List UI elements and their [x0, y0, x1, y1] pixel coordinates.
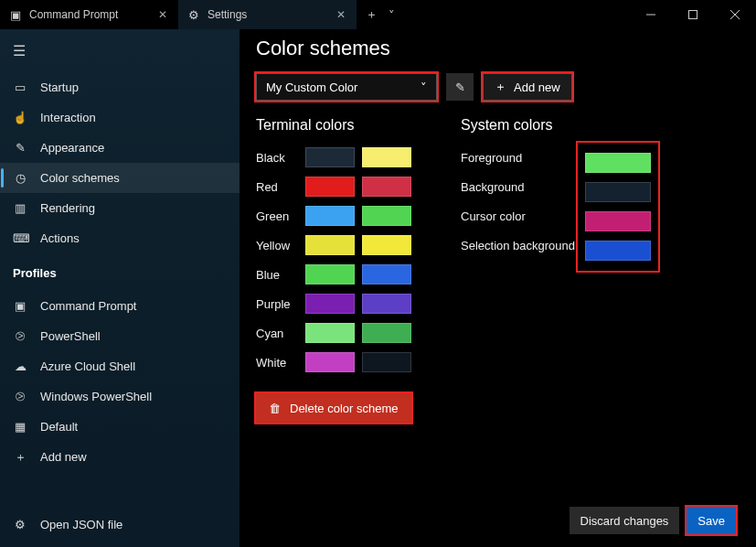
tab-title: Settings [208, 8, 325, 21]
sidebar-item-add-new[interactable]: ＋ Add new [0, 442, 240, 472]
scheme-selected: My Custom Color [266, 80, 357, 94]
color-label: White [256, 356, 298, 370]
tab-title: Command Prompt [29, 8, 147, 21]
tab-command-prompt[interactable]: ▣ Command Prompt ✕ [0, 0, 178, 29]
plus-icon: ＋ [495, 79, 506, 95]
color-swatch-normal[interactable] [305, 352, 355, 372]
terminal-colors-column: Terminal colors BlackRedGreenYellowBlueP… [256, 117, 411, 423]
gear-icon: ⚙ [187, 8, 200, 22]
system-color-row: Cursor color [461, 201, 578, 231]
color-swatch-bright[interactable] [362, 264, 411, 284]
sidebar-item-powershell[interactable]: ⧁ PowerShell [0, 321, 240, 351]
close-icon[interactable]: ✕ [154, 8, 171, 21]
appearance-icon: ✎ [13, 141, 27, 155]
sidebar-item-label: Color schemes [40, 171, 120, 185]
gear-icon: ⚙ [13, 518, 27, 531]
color-swatch-normal[interactable] [305, 147, 355, 167]
color-label: Foreground [461, 151, 578, 165]
color-swatch-normal[interactable] [305, 235, 355, 255]
terminal-color-row: Purple [256, 289, 411, 318]
add-scheme-button[interactable]: ＋ Add new [483, 73, 572, 101]
menu-button[interactable]: ☰ [0, 35, 240, 67]
close-window-button[interactable] [714, 0, 756, 29]
sidebar-item-actions[interactable]: ⌨ Actions [0, 223, 240, 253]
terminal-color-row: Blue [256, 260, 411, 289]
sidebar-item-windows-powershell[interactable]: ⧁ Windows PowerShell [0, 381, 240, 412]
titlebar: ▣ Command Prompt ✕ ⚙ Settings ✕ ＋ ˅ [0, 0, 756, 29]
plus-icon: ＋ [13, 449, 27, 466]
color-label: Blue [256, 268, 298, 282]
color-swatch-bright[interactable] [362, 206, 411, 226]
sidebar-item-label: Azure Cloud Shell [40, 359, 135, 373]
tab-actions: ＋ ˅ [357, 0, 395, 29]
tab-settings[interactable]: ⚙ Settings ✕ [178, 0, 357, 29]
sidebar-item-label: Windows PowerShell [40, 390, 152, 403]
color-swatch-bright[interactable] [362, 352, 411, 372]
scheme-dropdown[interactable]: My Custom Color ˅ [256, 73, 437, 101]
sidebar-item-interaction[interactable]: ☝ Interaction [0, 102, 240, 133]
terminal-color-row: Cyan [256, 318, 411, 348]
terminal-color-row: Red [256, 172, 411, 201]
color-columns: Terminal colors BlackRedGreenYellowBlueP… [256, 117, 736, 423]
sidebar-item-open-json[interactable]: ⚙ Open JSON file [0, 509, 240, 540]
color-swatch[interactable] [585, 153, 651, 173]
sidebar-item-label: Actions [40, 231, 80, 245]
window-controls [630, 0, 756, 29]
sidebar-item-label: Appearance [40, 141, 104, 155]
terminal-color-row: Black [256, 143, 411, 172]
system-color-row: Background [461, 172, 578, 201]
sidebar-item-rendering[interactable]: ▥ Rendering [0, 193, 240, 223]
save-label: Save [697, 514, 725, 528]
sidebar-item-label: Default [40, 420, 78, 434]
new-tab-button[interactable]: ＋ [366, 6, 378, 23]
delete-scheme-button[interactable]: 🗑 Delete color scheme [256, 393, 411, 423]
color-swatch[interactable] [585, 182, 651, 202]
system-swatch-row [585, 148, 651, 177]
color-swatch-normal[interactable] [305, 177, 355, 197]
startup-icon: ▭ [13, 80, 27, 94]
keyboard-icon: ⌨ [13, 231, 27, 245]
color-label: Yellow [256, 239, 298, 252]
color-swatch-normal[interactable] [305, 206, 355, 226]
palette-icon: ◷ [13, 171, 27, 185]
close-icon[interactable]: ✕ [333, 8, 349, 21]
sidebar-item-azure-cloud-shell[interactable]: ☁ Azure Cloud Shell [0, 351, 240, 381]
page-title: Color schemes [256, 37, 736, 60]
color-swatch-bright[interactable] [362, 323, 411, 343]
sidebar-item-default[interactable]: ▦ Default [0, 412, 240, 442]
save-button[interactable]: Save [687, 507, 736, 534]
trash-icon: 🗑 [269, 402, 281, 415]
sidebar-item-label: Add new [40, 450, 87, 464]
color-label: Cursor color [461, 209, 578, 223]
sidebar: ☰ ▭ Startup ☝ Interaction ✎ Appearance ◷… [0, 29, 240, 547]
system-color-row: Foreground [461, 143, 578, 172]
minimize-button[interactable] [630, 0, 672, 29]
nav-settings: ▭ Startup ☝ Interaction ✎ Appearance ◷ C… [0, 72, 240, 253]
color-swatch-normal[interactable] [305, 323, 355, 343]
rename-scheme-button[interactable]: ✎ [446, 73, 474, 101]
sidebar-item-command-prompt[interactable]: ▣ Command Prompt [0, 291, 240, 321]
color-swatch-bright[interactable] [362, 294, 411, 314]
color-swatch-bright[interactable] [362, 147, 411, 167]
maximize-button[interactable] [672, 0, 714, 29]
color-swatch[interactable] [585, 211, 651, 231]
color-swatch-normal[interactable] [305, 294, 355, 314]
color-label: Red [256, 180, 298, 194]
color-swatch-bright[interactable] [362, 235, 411, 255]
sidebar-item-appearance[interactable]: ✎ Appearance [0, 133, 240, 163]
system-swatch-row [585, 207, 651, 236]
tab-dropdown-button[interactable]: ˅ [389, 8, 395, 22]
color-label: Cyan [256, 327, 298, 340]
color-swatch[interactable] [585, 241, 651, 261]
color-swatch-bright[interactable] [362, 177, 411, 197]
system-colors-heading: System colors [461, 117, 658, 134]
discard-changes-button[interactable]: Discard changes [570, 507, 680, 534]
default-icon: ▦ [13, 420, 27, 434]
azure-icon: ☁ [13, 359, 27, 373]
sidebar-item-startup[interactable]: ▭ Startup [0, 72, 240, 102]
color-swatch-normal[interactable] [305, 264, 355, 284]
color-label: Purple [256, 297, 298, 311]
delete-scheme-label: Delete color scheme [290, 402, 399, 415]
add-scheme-label: Add new [514, 80, 560, 94]
sidebar-item-color-schemes[interactable]: ◷ Color schemes [0, 163, 240, 193]
